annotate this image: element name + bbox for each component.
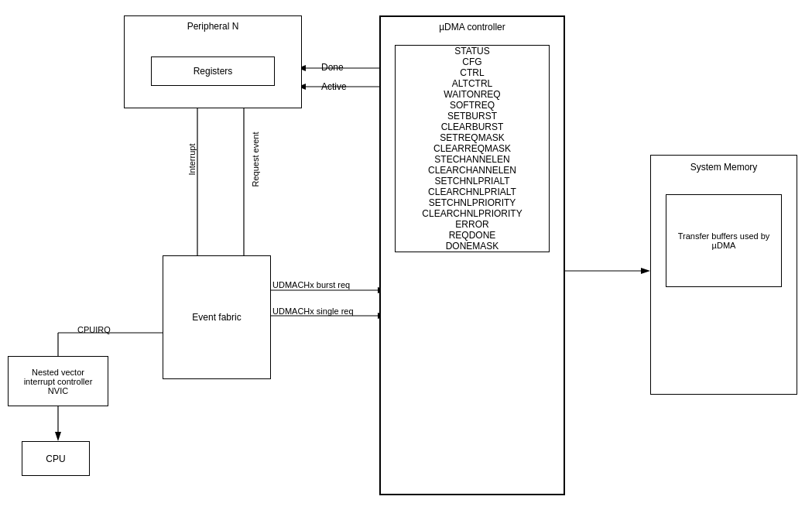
event-fabric-box: Event fabric xyxy=(163,255,271,379)
svg-marker-18 xyxy=(641,268,650,274)
reg-CLEARCHNLPRIORITY: CLEARCHNLPRIORITY xyxy=(396,208,549,219)
burst-req-label: UDMACHx burst req xyxy=(272,280,350,289)
reg-CTRL: CTRL xyxy=(396,67,549,78)
reg-CLEARCHANNELEN: CLEARCHANNELEN xyxy=(396,165,549,176)
reg-SETCHNLPRIALT: SETCHNLPRIALT xyxy=(396,176,549,187)
reg-SETREQMASK: SETREQMASK xyxy=(396,132,549,143)
reg-SETBURST: SETBURST xyxy=(396,111,549,122)
reg-SOFTREQ: SOFTREQ xyxy=(396,100,549,111)
transfer-buffer-label: Transfer buffers used by µDMA xyxy=(666,228,781,253)
cpu-label: CPU xyxy=(46,454,65,464)
reg-DONEMASK: DONEMASK xyxy=(396,241,549,252)
svg-marker-16 xyxy=(55,432,61,441)
diagram: Peripheral N Registers Done Active Inter… xyxy=(0,0,812,510)
udma-label: µDMA controller xyxy=(381,17,564,37)
reg-ERROR: ERROR xyxy=(396,219,549,230)
register-list: STATUS CFG CTRL ALTCTRL WAITONREQ SOFTRE… xyxy=(395,45,550,252)
registers-label: Registers xyxy=(194,66,233,77)
peripheral-label: Peripheral N xyxy=(125,21,301,32)
single-req-label: UDMACHx single req xyxy=(272,306,354,316)
event-fabric-label: Event fabric xyxy=(192,312,241,323)
reg-SETCHNLPRIORITY: SETCHNLPRIORITY xyxy=(396,197,549,208)
active-label: Active xyxy=(321,81,347,92)
reg-ALTCTRL: ALTCTRL xyxy=(396,78,549,89)
reg-WAITONREQ: WAITONREQ xyxy=(396,89,549,100)
cpuirq-label: CPUIRQ xyxy=(77,325,111,334)
reg-STATUS: STATUS xyxy=(396,46,549,56)
reg-CFG: CFG xyxy=(396,56,549,67)
reg-CLEARCHNLPRIALT: CLEARCHNLPRIALT xyxy=(396,187,549,197)
reg-STECHANNELEN: STECHANNELEN xyxy=(396,154,549,165)
request-event-label: Request event xyxy=(251,132,260,187)
transfer-buffer-box: Transfer buffers used by µDMA xyxy=(666,194,782,287)
cpu-box: CPU xyxy=(22,441,90,476)
peripheral-box: Peripheral N Registers xyxy=(124,15,302,108)
interrupt-label: Interrupt xyxy=(187,144,197,176)
reg-REQDONE: REQDONE xyxy=(396,230,549,241)
udma-outer-box: µDMA controller STATUS CFG CTRL ALTCTRL … xyxy=(379,15,565,495)
reg-CLEARBURST: CLEARBURST xyxy=(396,122,549,132)
nvic-label: Nested vector interrupt controller NVIC xyxy=(24,368,93,395)
system-memory-label: System Memory xyxy=(651,156,797,179)
done-label: Done xyxy=(321,62,344,73)
registers-box: Registers xyxy=(151,56,275,86)
system-memory-box: System Memory Transfer buffers used by µ… xyxy=(650,155,797,395)
nvic-box: Nested vector interrupt controller NVIC xyxy=(8,356,108,406)
reg-CLEARREQMASK: CLEARREQMASK xyxy=(396,143,549,154)
